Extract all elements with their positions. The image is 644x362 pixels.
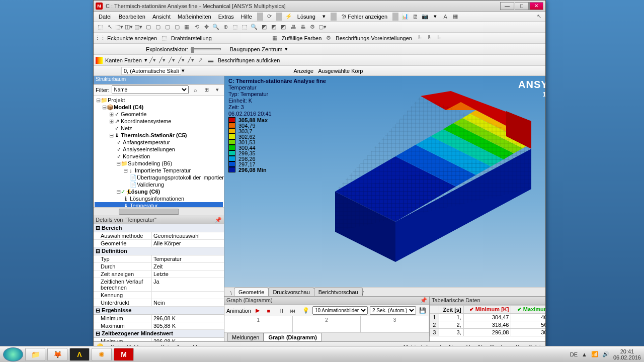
menu-bearbeiten[interactable]: Bearbeiten [116,13,148,21]
random-colors-icon[interactable]: ▦ [270,34,279,43]
tool-icon[interactable]: 📊 [400,12,410,21]
tray-sound-icon[interactable]: 🔊 [602,351,609,357]
axis-icon[interactable]: ╚ [425,34,434,43]
fit-icon[interactable]: 🔍 [250,23,259,32]
task-mechanical[interactable]: M [114,348,134,361]
tray-lang[interactable]: DE [570,351,578,357]
box-icon[interactable]: ▢ [173,23,182,32]
ausgew-label[interactable]: Ausgewählte Körp [316,68,365,74]
menu-ansicht[interactable]: Ansicht [149,13,174,21]
start-button[interactable] [3,347,23,361]
select-icon[interactable]: ↖ [105,23,114,32]
filter-select[interactable]: Name [112,85,189,94]
thicken-icon[interactable]: ▬ [206,56,215,65]
box-icon[interactable]: ▢ [153,23,163,32]
tab-graph[interactable]: Graph (Diagramm) [264,333,321,341]
dropdown-icon[interactable]: ▢▾ [318,23,327,32]
edge-icon[interactable]: ╱▾ [158,56,167,65]
menu-units[interactable]: Maßeinheiten [175,13,214,21]
bulb-icon[interactable]: 💡 [301,306,310,315]
fit-icon[interactable]: ⬚ [240,23,249,32]
edge-icon[interactable]: ╱▾ [148,56,157,65]
stop-icon[interactable]: ■ [264,306,273,315]
thicken-label[interactable]: Beschriftungen aufdicken [216,57,282,63]
edge-icon[interactable]: ↗ [196,56,205,65]
menu-hilfe[interactable]: Hilfe [238,13,255,21]
explosion-slider[interactable] [191,48,221,50]
graph-canvas[interactable]: 1 2 3 [224,316,429,332]
vertices-icon[interactable]: ⋮⋮ [96,34,105,43]
select-icon[interactable]: ◫▾ [134,23,143,32]
view-icon[interactable]: ◩ [260,23,269,32]
box-icon[interactable]: ▢ [144,23,153,32]
minimize-button[interactable]: — [500,2,514,10]
print-icon[interactable]: 🖶 [298,23,307,32]
collapse-icon[interactable]: ▾ [213,85,222,95]
annot-icon[interactable]: ⚙ [324,34,333,43]
task-app[interactable]: ✺ [92,348,112,361]
view-icon[interactable]: ◩ [269,23,278,32]
select-icon[interactable]: ⬚ [96,23,105,32]
cursor-icon[interactable]: ↖ [534,12,543,21]
edge-color-icon[interactable] [96,57,103,64]
task-ansys[interactable]: Λ [69,348,90,361]
zoom-icon[interactable]: ⬚ [230,23,239,32]
tray-clock[interactable]: 20:41 06.02.2016 [613,348,641,360]
print-icon[interactable]: 🖶 [289,23,298,32]
vertices-label[interactable]: Eckpunkte anzeigen [105,35,159,41]
solve-icon[interactable]: ⚡ [284,12,293,21]
tray-flag-icon[interactable]: ▲ [582,351,587,357]
property-table[interactable]: ⊟ BereichAuswahlmethodeGeometrieauswahlG… [94,224,224,341]
tool-icon[interactable]: 📷 [421,12,430,21]
graphics-viewport[interactable]: C: Thermisch-stationäre Analyse fine Tem… [224,76,545,287]
edge-icon[interactable]: ╱▾ [168,56,177,65]
tab-geometrie[interactable]: Geometrie [234,288,269,296]
speed-select[interactable]: 2 Sek. (Autom.) [370,306,416,315]
box-icon[interactable]: ▦ [182,23,191,32]
zoom-icon[interactable]: ⊕ [221,23,230,32]
frame-icon[interactable]: ⏮ [288,306,297,315]
random-colors-label[interactable]: Zufällige Farben [280,35,324,41]
refresh-icon[interactable]: ⟳ [265,12,274,21]
errors-button[interactable]: ?/ Fehler anzeigen [339,13,390,21]
axis-icon[interactable]: ╚ [434,34,443,43]
expand-icon[interactable]: ⊞ [202,85,211,95]
pin-icon[interactable]: 📌 [420,297,427,304]
tab-meldungen[interactable]: Meldungen [227,333,264,341]
close-button[interactable]: ✕ [529,2,543,10]
save-anim-icon[interactable]: 💾 [418,306,427,315]
wireframe-icon[interactable]: ⬚ [159,34,169,43]
view-icon[interactable]: ◩ [279,23,288,32]
frame-icon[interactable]: ⏸ [277,306,286,315]
edge-color-label[interactable]: Kanten Farben [103,57,144,63]
tab-bericht[interactable]: Berichtvorschau [314,288,363,296]
maximize-button[interactable]: □ [515,2,529,10]
select-icon[interactable]: ⬚▾ [115,23,124,32]
edge-icon[interactable]: ╱▾ [177,56,186,65]
zoom-icon[interactable]: 🔍 [211,23,220,32]
select-icon[interactable]: ◫▾ [124,23,133,32]
pan-icon[interactable]: ✥ [202,23,211,32]
axis-icon[interactable]: ╚ [415,34,424,43]
titlebar[interactable]: M C : Thermisch-stationäre Analyse fine … [94,1,545,12]
wireframe-label[interactable]: Drahtdarstellung [169,35,214,41]
menu-extras[interactable]: Extras [215,13,237,21]
frames-select[interactable]: 10 Animationsbilder [312,306,368,315]
task-firefox[interactable]: 🦊 [47,348,67,361]
outline-tree[interactable]: ⊟📁Projekt ⊟📦Modell (C4) ⊞✓Geometrie ⊞↗Ko… [94,96,224,207]
edge-icon[interactable]: ╱▾ [187,56,196,65]
settings-icon[interactable]: ⚙ [308,23,317,32]
play-icon[interactable]: ▶ [253,306,262,315]
filter-icon[interactable]: ⌕ [191,85,200,95]
menu-datei[interactable]: Datei [96,13,115,21]
tray-network-icon[interactable]: 📶 [591,351,598,357]
tree-scrollbar[interactable] [94,207,224,216]
rotate-icon[interactable]: ⟲ [192,23,201,32]
tab-druck[interactable]: Druckvorschau [268,288,314,296]
task-explorer[interactable]: 📁 [25,348,45,361]
pin-icon[interactable]: 📌 [215,217,222,223]
tool-icon[interactable]: A [441,12,450,21]
solve-button[interactable]: Lösung [294,13,318,21]
assembly-center[interactable]: Baugruppen-Zentrum [228,46,285,52]
tool-icon[interactable]: ▦ [451,12,460,21]
